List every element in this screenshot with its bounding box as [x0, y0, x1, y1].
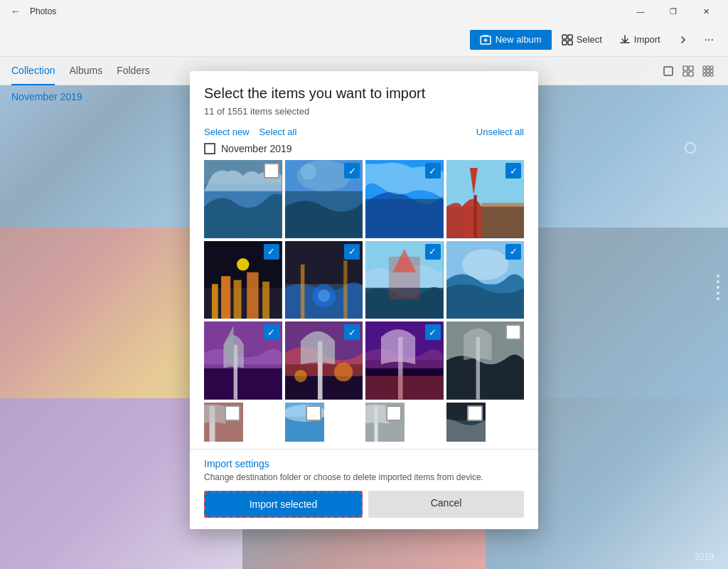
- minimize-button[interactable]: —: [624, 0, 657, 23]
- back-button[interactable]: ←: [6, 1, 26, 21]
- photo-checkbox-8[interactable]: ✓: [505, 244, 521, 260]
- photo-checkbox-4[interactable]: ✓: [505, 163, 521, 179]
- month-checkbox-row: November 2019: [204, 143, 524, 154]
- svg-rect-45: [300, 264, 304, 319]
- import-button[interactable]: Import: [612, 30, 668, 50]
- import-settings-link[interactable]: Import settings: [204, 458, 524, 469]
- import-icon: [619, 34, 631, 46]
- photo-checkbox-16[interactable]: [467, 405, 483, 421]
- photo-item[interactable]: [285, 403, 324, 442]
- svg-rect-5: [562, 41, 567, 45]
- svg-rect-38: [234, 280, 242, 319]
- photo-item[interactable]: ✓: [365, 160, 444, 238]
- photo-item[interactable]: ✓: [204, 241, 282, 319]
- unselect-all-button[interactable]: Unselect all: [476, 127, 524, 137]
- import-selected-button[interactable]: Import selected: [204, 491, 363, 518]
- photo-checkbox-2[interactable]: ✓: [344, 163, 360, 179]
- photo-item[interactable]: ✓: [446, 241, 525, 319]
- toolbar: New album Select Import ···: [0, 23, 728, 57]
- svg-rect-31: [473, 195, 476, 238]
- svg-rect-46: [343, 260, 347, 319]
- photo-item[interactable]: [204, 403, 243, 442]
- more-button[interactable]: [670, 30, 696, 50]
- photo-checkbox-10[interactable]: ✓: [344, 324, 360, 340]
- dialog-title: Select the items you want to import: [204, 85, 524, 102]
- photo-checkbox-13[interactable]: [225, 405, 240, 421]
- photo-checkbox-3[interactable]: ✓: [425, 163, 441, 179]
- dialog-scroll-area[interactable]: November 2019: [190, 143, 538, 449]
- svg-point-60: [294, 370, 307, 383]
- overflow-menu-button[interactable]: ···: [699, 29, 719, 50]
- svg-rect-6: [568, 41, 572, 45]
- photo-item[interactable]: [446, 321, 525, 400]
- dialog-header: Select the items you want to import 11 o…: [190, 71, 538, 121]
- dialog-buttons: Import selected Cancel: [204, 491, 524, 518]
- photo-item[interactable]: ✓: [285, 160, 363, 238]
- photo-checkbox-5[interactable]: ✓: [264, 244, 279, 260]
- chevron-right-icon: [678, 34, 689, 46]
- photo-item[interactable]: ✓: [204, 321, 282, 400]
- window-controls: — ❐ ✕: [624, 0, 722, 23]
- main-area: Collection Albums Folders: [0, 57, 728, 569]
- dialog-backdrop: Select the items you want to import 11 o…: [0, 57, 728, 569]
- svg-rect-40: [262, 281, 269, 319]
- select-all-link[interactable]: Select all: [259, 127, 297, 137]
- svg-rect-32: [481, 203, 524, 238]
- photo-item[interactable]: [204, 160, 282, 238]
- photo-item[interactable]: ✓: [446, 160, 525, 238]
- photo-checkbox-15[interactable]: [386, 405, 402, 421]
- photo-checkbox-12[interactable]: [505, 324, 521, 340]
- photo-item[interactable]: [365, 403, 405, 442]
- svg-point-44: [317, 289, 330, 302]
- dialog-footer: Import settings Change destination folde…: [190, 449, 538, 529]
- svg-rect-4: [568, 35, 572, 39]
- photo-checkbox-11[interactable]: ✓: [425, 324, 441, 340]
- restore-button[interactable]: ❐: [657, 0, 690, 23]
- dialog-actions-row: Select new Select all Unselect all: [190, 121, 538, 143]
- svg-point-59: [333, 363, 352, 381]
- app-title: Photos: [30, 6, 56, 16]
- svg-rect-37: [221, 276, 230, 319]
- photo-item[interactable]: ✓: [365, 241, 444, 319]
- close-button[interactable]: ✕: [690, 0, 722, 23]
- photo-checkbox-1[interactable]: [264, 163, 279, 179]
- svg-point-52: [461, 248, 508, 280]
- photo-grid: ✓ ✓: [204, 160, 524, 442]
- titlebar: ← Photos — ❐ ✕: [0, 0, 728, 23]
- select-icon: [562, 34, 573, 46]
- new-album-icon: [480, 34, 491, 46]
- select-new-link[interactable]: Select new: [204, 127, 250, 137]
- photo-item[interactable]: [446, 403, 486, 442]
- photo-item[interactable]: ✓: [285, 321, 363, 400]
- month-label: November 2019: [221, 143, 292, 154]
- svg-point-26: [300, 164, 316, 179]
- photo-item[interactable]: ✓: [285, 241, 363, 319]
- svg-rect-64: [365, 376, 444, 400]
- photo-checkbox-7[interactable]: ✓: [425, 244, 441, 260]
- svg-point-35: [237, 258, 250, 271]
- photo-checkbox-6[interactable]: ✓: [344, 244, 360, 260]
- svg-rect-39: [247, 272, 258, 319]
- svg-rect-36: [212, 284, 218, 319]
- import-settings-description: Change destination folder or choose to d…: [204, 472, 524, 482]
- dialog-subtitle: 11 of 1551 items selected: [204, 106, 524, 117]
- svg-rect-3: [562, 35, 567, 39]
- photo-item[interactable]: ✓: [365, 321, 444, 400]
- month-section-november: November 2019: [204, 143, 524, 442]
- cancel-button[interactable]: Cancel: [368, 491, 524, 518]
- new-album-button[interactable]: New album: [470, 30, 552, 50]
- photo-checkbox-14[interactable]: [306, 405, 321, 421]
- photo-checkbox-9[interactable]: ✓: [264, 324, 279, 340]
- month-checkbox[interactable]: [204, 143, 215, 154]
- select-button[interactable]: Select: [555, 30, 609, 50]
- import-dialog: Select the items you want to import 11 o…: [190, 71, 538, 529]
